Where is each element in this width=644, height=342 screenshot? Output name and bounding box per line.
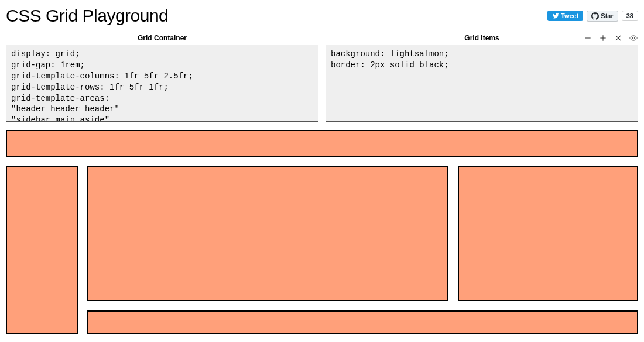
grid-container-title: Grid Container — [138, 34, 187, 42]
add-item-button[interactable] — [598, 33, 608, 43]
twitter-icon — [552, 12, 559, 19]
github-star-count[interactable]: 38 — [622, 11, 638, 21]
svg-point-5 — [632, 37, 635, 39]
eye-icon — [629, 34, 638, 42]
grid-container-code-input[interactable]: display: grid; grid-gap: 1rem; grid-temp… — [6, 45, 318, 122]
plus-icon — [599, 34, 607, 42]
github-icon — [591, 12, 599, 20]
grid-items-title: Grid Items — [464, 34, 499, 42]
tweet-label: Tweet — [561, 12, 578, 19]
grid-items-editor: Grid Items background: lightsalmon; bord… — [326, 32, 638, 122]
grid-preview — [6, 130, 638, 334]
close-button[interactable] — [614, 33, 623, 43]
grid-item-main[interactable] — [87, 166, 448, 301]
github-star-button[interactable]: Star — [587, 11, 618, 22]
close-icon — [614, 34, 622, 42]
grid-container-editor: Grid Container display: grid; grid-gap: … — [6, 32, 318, 122]
tweet-button[interactable]: Tweet — [547, 11, 583, 21]
github-star-label: Star — [601, 12, 613, 19]
grid-item-sidebar[interactable] — [6, 166, 78, 334]
grid-items-toolbar — [583, 33, 638, 43]
grid-item-footer[interactable] — [87, 310, 638, 334]
page-title: CSS Grid Playground — [6, 6, 168, 26]
grid-item-aside[interactable] — [458, 166, 638, 301]
toggle-visibility-button[interactable] — [629, 33, 638, 43]
remove-item-button[interactable] — [583, 33, 592, 43]
minus-icon — [584, 34, 592, 42]
grid-items-code-input[interactable]: background: lightsalmon; border: 2px sol… — [326, 45, 638, 122]
grid-item-header[interactable] — [6, 130, 638, 157]
social-buttons: Tweet Star 38 — [547, 11, 638, 22]
